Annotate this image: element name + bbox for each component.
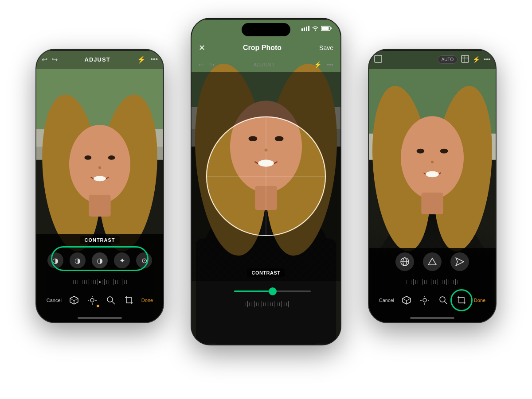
svg-rect-58 [421, 193, 443, 214]
adj-contrast[interactable]: ◑ [70, 252, 86, 268]
svg-point-60 [440, 149, 448, 154]
svg-rect-64 [462, 55, 469, 62]
adjust-label-center: ADJUST [254, 62, 275, 67]
phone-right: AUTO ⚡ ••• [368, 49, 497, 323]
svg-point-61 [431, 161, 434, 163]
svg-point-22 [107, 297, 113, 302]
home-indicator-right [369, 314, 496, 322]
wifi-icon [312, 26, 319, 31]
svg-line-80 [444, 302, 447, 305]
adj-shadows[interactable]: ⊙ [136, 252, 152, 268]
adjust-icons-container: ◑ ◑ ◑ ✦ ⊙ [36, 245, 163, 275]
undo-center[interactable]: ↩ [199, 61, 204, 68]
slider-thumb[interactable] [269, 287, 277, 295]
scene: ↩ ↪ ADJUST ⚡ ••• CONTRAST [0, 0, 532, 399]
right-bottom-controls: Cancel [369, 248, 496, 322]
crop-circle [206, 116, 326, 236]
center-header: ✕ Crop Photo Save [192, 38, 340, 58]
straighten-slider[interactable] [234, 291, 311, 292]
tool-icons-row [369, 248, 496, 275]
cancel-btn-left[interactable]: Cancel [47, 298, 62, 303]
magic-icon-left[interactable]: ⚡ [137, 55, 146, 64]
right-phone-header: AUTO ⚡ ••• [369, 50, 496, 69]
svg-point-17 [90, 298, 94, 302]
cube-icon-right[interactable] [400, 294, 413, 306]
more-icon-left[interactable]: ••• [150, 55, 158, 64]
svg-marker-72 [403, 296, 411, 301]
svg-point-8 [69, 125, 130, 204]
phone-center: 11:40 ✕ Crop Photo Save [191, 18, 341, 345]
done-btn-left[interactable]: Done [141, 298, 153, 303]
adj-highlights[interactable]: ✦ [114, 252, 130, 268]
left-phone-header: ↩ ↪ ADJUST ⚡ ••• [36, 50, 163, 69]
search-icon-left[interactable] [105, 294, 117, 306]
cancel-btn-right[interactable]: Cancel [379, 298, 394, 303]
adjust-label-left: ADJUST [85, 56, 110, 63]
globe-icon-right[interactable] [395, 252, 414, 271]
adj-brightness[interactable]: ◑ [47, 252, 63, 268]
crop-icon-right-circled[interactable] [455, 294, 468, 306]
sun-icon-left[interactable] [86, 294, 98, 306]
cube-icon-left[interactable] [68, 294, 80, 306]
svg-point-57 [401, 116, 464, 199]
left-action-bar: Cancel [36, 289, 163, 314]
search-icon-right[interactable] [437, 294, 450, 306]
svg-point-12 [98, 167, 101, 169]
close-btn-center[interactable]: ✕ [199, 43, 205, 53]
battery-icon [321, 26, 332, 31]
svg-rect-39 [322, 27, 329, 30]
svg-marker-70 [428, 258, 436, 265]
slider-fill [234, 291, 273, 292]
svg-rect-63 [375, 55, 382, 62]
triangle-icon-right[interactable] [423, 252, 442, 271]
crop-icon-right-header[interactable] [374, 55, 382, 64]
home-indicator-left [36, 314, 163, 322]
auto-btn-right[interactable]: AUTO [438, 55, 458, 64]
grid-icon-right[interactable] [461, 55, 469, 64]
magic-center[interactable]: ⚡ [314, 61, 321, 68]
contrast-label-left: CONTRAST [36, 234, 163, 245]
svg-line-23 [112, 302, 115, 305]
dynamic-island [242, 23, 290, 36]
more-icon-right[interactable]: ••• [484, 56, 490, 63]
svg-point-13 [94, 176, 106, 181]
magic-icon-right[interactable]: ⚡ [473, 56, 480, 63]
svg-rect-9 [89, 195, 110, 217]
status-icons [301, 26, 332, 31]
signal-icon [301, 26, 309, 31]
svg-rect-40 [331, 27, 332, 29]
adj-exposure[interactable]: ◑ [92, 252, 108, 268]
crop-grid-vertical [266, 117, 266, 235]
right-action-bar: Cancel [369, 289, 496, 314]
done-btn-right[interactable]: Done [474, 298, 485, 303]
svg-marker-15 [70, 296, 78, 301]
sun-icon-right[interactable] [419, 294, 431, 306]
undo-icon-left[interactable]: ↩ [42, 55, 47, 64]
save-btn-center[interactable]: Save [319, 44, 333, 51]
svg-point-79 [440, 297, 445, 302]
svg-point-62 [426, 171, 439, 177]
svg-point-74 [423, 298, 426, 302]
center-sub-header: ↩ ↪ ADJUST ⚡ ••• [192, 58, 340, 72]
left-bottom-controls: CONTRAST ◑ ◑ ◑ ✦ ⊙ [36, 234, 163, 322]
redo-icon-left[interactable]: ↪ [52, 55, 58, 64]
svg-point-59 [416, 149, 424, 154]
crop-photo-title: Crop Photo [243, 44, 282, 52]
phone-left: ↩ ↪ ADJUST ⚡ ••• CONTRAST [35, 49, 164, 323]
crop-icon-left[interactable] [123, 294, 135, 306]
more-center[interactable]: ••• [327, 61, 333, 68]
svg-point-10 [84, 155, 91, 160]
contrast-label-center: CONTRAST [247, 268, 285, 277]
slider-ticks-left [36, 275, 163, 289]
adjust-icons-row: ◑ ◑ ◑ ✦ ⊙ [41, 249, 159, 272]
crop-photo-area[interactable]: CONTRAST [192, 72, 340, 281]
send-icon-right[interactable] [450, 252, 469, 271]
svg-point-11 [108, 155, 115, 160]
slider-ticks-right [369, 275, 496, 289]
redo-center[interactable]: ↪ [209, 61, 215, 68]
tick-marks-center [192, 300, 340, 309]
